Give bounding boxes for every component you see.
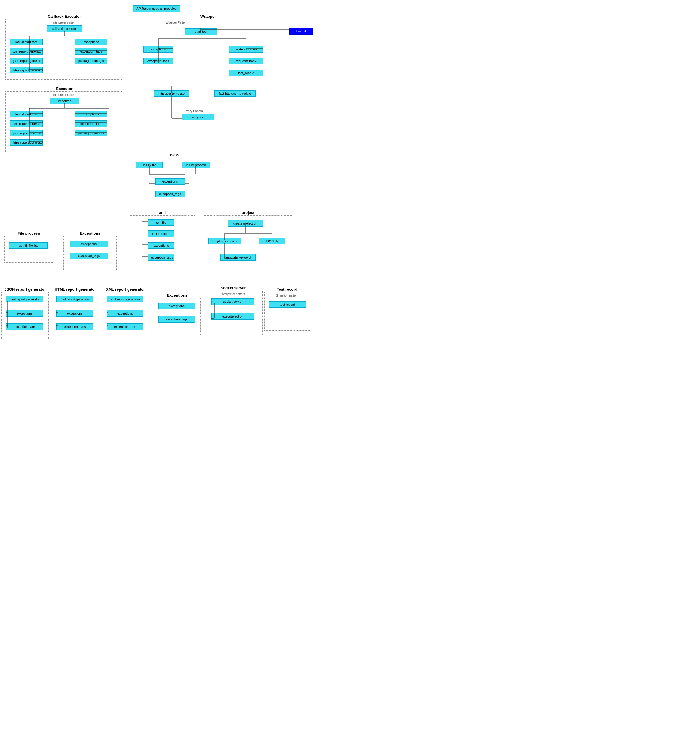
cb-json-report-gen[interactable]: json report generator xyxy=(10,57,43,64)
xml-title: xml xyxy=(159,210,166,215)
xml-structure[interactable]: xml structure xyxy=(148,230,175,237)
cb-html-report-gen[interactable]: html report generator xyxy=(10,67,43,73)
ex-package-manager[interactable]: package manager xyxy=(75,130,107,136)
xml-file[interactable]: xml file xyxy=(148,219,175,226)
xml-exception-tags[interactable]: exception_tags xyxy=(148,254,175,261)
exceptions-bottom-section: Exceptions exceptions exception_tags xyxy=(153,298,201,336)
wrapper-test-record[interactable]: test_record xyxy=(229,70,263,76)
hrg-html-report[interactable]: html report generator xyxy=(56,296,93,302)
project-section: project create project dir template exec… xyxy=(204,216,292,274)
exc-exceptions[interactable]: exceptions xyxy=(70,241,108,247)
template-executor[interactable]: template executor xyxy=(209,238,241,244)
wrapper-requests-hook[interactable]: requests hook xyxy=(229,58,263,65)
callback-executor-pattern: Interpreter pattern xyxy=(53,21,76,24)
callback-executor-section: Callback Executor Interpreter pattern ca… xyxy=(5,19,124,80)
test-record-node[interactable]: test record xyxy=(269,301,306,308)
test-record-section: Test record Singelton pattern test recor… xyxy=(264,292,310,330)
cb-xml-report-gen[interactable]: xml report generator xyxy=(10,48,43,54)
xml-section: xml xml file xml structure exceptions ex… xyxy=(130,216,195,273)
ex-json-report-gen[interactable]: json report generator xyxy=(10,130,43,136)
execute-action-node[interactable]: execute action xyxy=(212,313,254,320)
json-report-gen-title: JSON report generator xyxy=(4,287,46,292)
page-title: APITestka need all modules xyxy=(133,5,180,12)
json-file[interactable]: JSON file xyxy=(136,162,163,168)
socket-server-title: Socket server xyxy=(221,286,246,290)
wrapper-exceptions[interactable]: exceptions xyxy=(144,46,173,53)
cb-exceptions[interactable]: exceptions xyxy=(75,39,107,45)
hrg-exceptions[interactable]: exceptions xyxy=(56,310,93,317)
wrapper-start-test[interactable]: start test xyxy=(185,28,217,35)
exceptions-section-title: Exceptions xyxy=(80,231,100,235)
executor-section: Executor Interpreter pattern executor lo… xyxy=(5,91,124,153)
wrapper-http-user-template[interactable]: http user template xyxy=(154,90,189,97)
ex-xml-report-gen[interactable]: xml report generator xyxy=(10,120,43,127)
executor-pattern: Interpreter pattern xyxy=(53,93,76,97)
project-json-file[interactable]: JSON file xyxy=(259,238,285,244)
cb-package-manager[interactable]: package manager xyxy=(75,57,107,64)
json-report-gen-section: JSON report generator html report genera… xyxy=(1,292,49,339)
callback-executor-title: Callback Executor xyxy=(48,14,81,19)
wrapper-proxy-pattern: Proxy Pattern xyxy=(185,110,203,113)
jrg-exceptions[interactable]: exceptions xyxy=(6,310,43,317)
file-process-section: File process get dir file list xyxy=(4,236,53,263)
json-title: JSON xyxy=(169,153,179,157)
xml-report-gen-section: XML report generator html report generat… xyxy=(102,292,149,339)
wrapper-proxy-user[interactable]: proxy user xyxy=(182,114,214,120)
exceptions-section: Exceptions exceptions exception_tags xyxy=(63,236,117,271)
template-keyword[interactable]: template keyword xyxy=(220,254,256,261)
hrg-exception-tags[interactable]: exception_tags xyxy=(56,323,93,330)
ex-exception-tags[interactable]: exception_tags xyxy=(75,120,107,127)
wrapper-title: Wrapper xyxy=(200,14,216,19)
html-report-gen-section: HTML report generator html report genera… xyxy=(51,292,99,339)
wrapper-create-locust-env[interactable]: create locust env xyxy=(229,46,263,53)
json-exception-tags[interactable]: exception_tags xyxy=(155,191,185,197)
socket-server-node[interactable]: socket server xyxy=(212,298,254,305)
json-exceptions[interactable]: exceptions xyxy=(155,178,185,185)
json-section: JSON JSON file JSON process exceptions e… xyxy=(130,158,219,208)
ex-html-report-gen[interactable]: html report generator xyxy=(10,139,43,146)
wrapper-exception-tags[interactable]: exception_tags xyxy=(144,58,173,65)
eb-exception-tags[interactable]: exception_tags xyxy=(158,316,195,323)
wrapper-pattern: Wrapper Pattern xyxy=(166,21,187,24)
ex-locust-start-test[interactable]: locust start test xyxy=(10,111,43,117)
create-project-dir[interactable]: create project dir xyxy=(228,220,263,227)
xrg-exception-tags[interactable]: exception_tags xyxy=(107,323,144,330)
callback-executor-root[interactable]: callback executor xyxy=(47,25,82,32)
wrapper-section: Wrapper Wrapper Pattern start test excep… xyxy=(130,19,286,143)
json-process[interactable]: JSON process xyxy=(182,162,210,168)
project-title: project xyxy=(241,210,254,215)
file-process-title: File process xyxy=(18,231,40,235)
xrg-html-report[interactable]: html report generator xyxy=(107,296,144,302)
socket-server-pattern: Interpreter pattern xyxy=(221,292,245,296)
executor-root[interactable]: executor xyxy=(50,98,79,104)
xml-exceptions[interactable]: exceptions xyxy=(148,242,175,249)
cb-exception-tags[interactable]: exception_tags xyxy=(75,48,107,54)
html-report-gen-title: HTML report generator xyxy=(54,287,96,292)
executor-title: Executor xyxy=(56,87,73,91)
cb-locust-start-test[interactable]: locust start test xyxy=(10,39,43,45)
exc-exception-tags[interactable]: exception_tags xyxy=(70,252,108,259)
test-record-title: Test record xyxy=(277,287,298,292)
exceptions-bottom-title: Exceptions xyxy=(167,293,187,298)
socket-server-section: Socket server Interpreter pattern socket… xyxy=(204,291,263,336)
test-record-pattern: Singelton pattern xyxy=(276,294,299,297)
xml-report-gen-title: XML report generator xyxy=(106,287,145,292)
get-dir-file-list[interactable]: get dir file list xyxy=(9,242,47,249)
locust-node[interactable]: Locust xyxy=(289,28,313,35)
wrapper-fast-http-user-template[interactable]: fast http user template xyxy=(214,90,256,97)
ex-exceptions[interactable]: exceptions xyxy=(75,111,107,117)
wrapper-svg xyxy=(130,19,286,143)
eb-exceptions[interactable]: exceptions xyxy=(158,303,195,309)
jrg-html-report[interactable]: html report generator xyxy=(6,296,43,302)
jrg-exception-tags[interactable]: exception_tags xyxy=(6,323,43,330)
xrg-exceptions[interactable]: exceptions xyxy=(107,310,144,317)
